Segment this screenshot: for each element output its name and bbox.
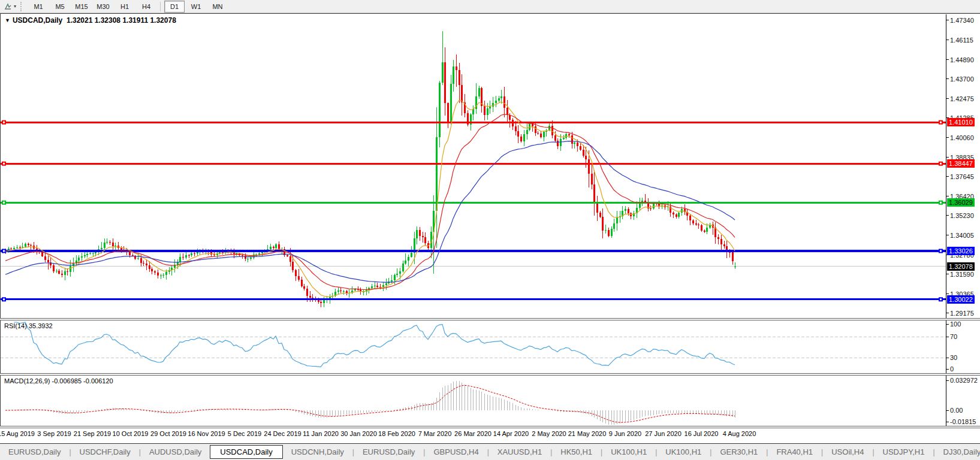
tab-hk50-h1[interactable]: HK50,H1 [552,446,601,458]
tab-audusd-daily[interactable]: AUDUSD,Daily [141,446,210,458]
tab-ger30-h1[interactable]: GER30,H1 [711,446,766,458]
timeframe-toolbar: ▾ M1M5M15M30H1H4D1W1MN [0,0,980,13]
main-chart-panel[interactable]: ▼USDCAD,Daily 1.32021 1.32308 1.31911 1.… [0,13,980,318]
rsi-tick-label: 0 [950,365,954,373]
macd-tick-label: -0.01815 [950,418,976,425]
macd-histogram [6,381,735,425]
price-tick-label: 1.43700 [950,75,974,83]
chevron-down-icon[interactable]: ▾ [14,4,16,9]
timeframe-buttons: M1M5M15M30H1H4D1W1MN [28,1,228,13]
macd-panel[interactable]: MACD(12,26,9) -0.006985 -0.006120 0.0329… [0,376,980,426]
chart-tab-bar: EURUSD,Daily|USDCHF,Daily|AUDUSD,DailyUS… [0,443,980,460]
toolbar-grip[interactable] [20,2,24,11]
tab-usdchf-daily[interactable]: USDCHF,Daily [71,446,139,458]
rsi-label: RSI(14) 35.3932 [4,322,53,329]
date-label: 4 Aug 2020 [713,430,767,437]
tab-usdcnh-daily[interactable]: USDCNH,Daily [283,446,352,458]
timeframe-button-d1[interactable]: D1 [164,1,185,13]
price-tick-label: 1.31590 [950,271,974,278]
timeframe-button-h1[interactable]: H1 [114,1,135,13]
tab-usoil-h4[interactable]: USOil,H4 [823,446,872,458]
price-tick-label: 1.47340 [950,17,974,24]
toolbar-separator [160,2,161,11]
tab-gbpusd-h4[interactable]: GBPUSD,H4 [425,446,487,458]
tab-eurusd-daily[interactable]: EURUSD,Daily [354,446,423,458]
price-line-badge: 1.41010 [947,118,975,126]
rsi-tick-label: 70 [950,333,957,340]
timeframe-button-mn[interactable]: MN [207,1,228,13]
rsi-tick-label: 30 [950,354,957,361]
rsi-line [14,322,735,367]
macd-label: MACD(12,26,9) -0.006985 -0.006120 [4,377,113,385]
tab-uk100-h1[interactable]: UK100,H1 [657,446,710,458]
rsi-panel[interactable]: RSI(14) 35.3932 10070300 [0,320,980,373]
price-line-badge: 1.33026 [947,247,975,255]
macd-plot [1,376,980,426]
chart-ohlc-values: 1.32021 1.32308 1.31911 1.32078 [67,16,176,25]
price-line-badge: 1.36029 [947,198,975,207]
price-tick-label: 1.42475 [950,95,974,102]
price-tick-label: 1.40060 [950,134,974,141]
tab-usdjpy-h1[interactable]: USDJPY,H1 [875,446,933,458]
price-line-badge: 1.30022 [947,295,975,304]
timeframe-button-w1[interactable]: W1 [186,1,206,13]
collapse-triangle-icon[interactable]: ▼ [5,17,10,23]
price-tick-label: 1.35230 [950,212,974,219]
price-tick-label: 1.46115 [950,37,973,44]
tab-dj30-daily[interactable]: DJ30,Daily [935,446,980,458]
tab-eurusd-daily[interactable]: EURUSD,Daily [0,446,69,458]
chart-title: ▼USDCAD,Daily 1.32021 1.32308 1.31911 1.… [5,16,176,25]
macd-tick-label: 0.032972 [950,377,978,384]
tab-fra40-h1[interactable]: FRA40,H1 [768,446,821,458]
timeframe-button-m30[interactable]: M30 [93,1,113,13]
current-price-badge: 1.32078 [947,262,975,271]
timeframe-button-m15[interactable]: M15 [71,1,92,13]
macd-tick-label: 0.00 [950,407,963,414]
price-tick-label: 1.44890 [950,56,974,63]
price-line-badge: 1.38447 [947,159,975,168]
rsi-plot [1,320,980,373]
moving-average-8 [5,100,735,296]
trading-terminal-window: ▾ M1M5M15M30H1H4D1W1MN ▼USDCAD,Daily 1.3… [0,0,980,460]
chart-cursor-icon[interactable] [2,2,13,11]
tab-xauusd-h1[interactable]: XAUUSD,H1 [489,446,550,458]
date-axis: 15 Aug 20193 Sep 201921 Sep 201910 Oct 2… [0,428,980,441]
tab-uk100-h1[interactable]: UK100,H1 [602,446,655,458]
price-tick-label: 1.37645 [950,173,974,180]
price-tick-label: 1.29175 [950,310,974,317]
chart-symbol-label: USDCAD,Daily [13,16,62,25]
candlestick-chart[interactable] [1,14,980,319]
tab-usdcad-daily[interactable]: USDCAD,Daily [210,445,282,459]
timeframe-button-m5[interactable]: M5 [50,1,70,13]
timeframe-button-m1[interactable]: M1 [28,1,49,13]
timeframe-button-h4[interactable]: H4 [136,1,156,13]
rsi-tick-label: 100 [950,320,961,328]
price-tick-label: 1.34005 [950,232,974,239]
